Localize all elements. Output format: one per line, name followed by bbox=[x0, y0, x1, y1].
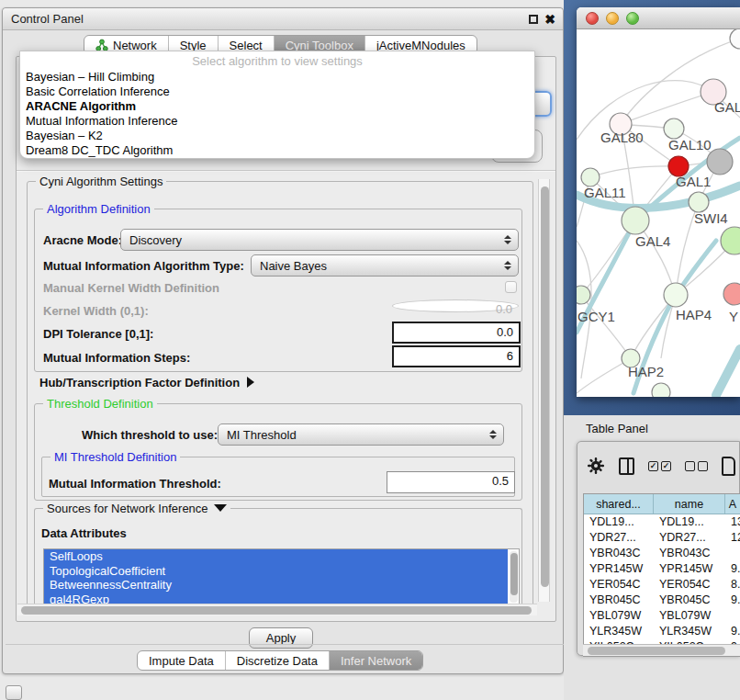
network-node-gal10[interactable] bbox=[664, 119, 684, 139]
screen: Control Panel ✖ Network bbox=[0, 0, 740, 700]
minimized-panel-icon[interactable] bbox=[6, 685, 22, 700]
dpi-tolerance-label: DPI Tolerance [0,1]: bbox=[43, 327, 153, 341]
table-row[interactable]: YBL079WYBL079W bbox=[584, 608, 740, 624]
algorithm-option[interactable]: Dream8 DC_TDC Algorithm bbox=[20, 143, 534, 158]
group-legend: Cyni Algorithm Settings bbox=[36, 175, 166, 188]
table-panel-window: ✓✓ shared... name A YDL19...YDL19...13 Y… bbox=[577, 441, 740, 656]
group-legend: Sources for Network Inference bbox=[43, 502, 230, 515]
table-row[interactable]: YLR345WYLR345W9. bbox=[584, 624, 740, 639]
aracne-mode-select[interactable]: Discovery bbox=[120, 229, 519, 251]
algorithm-option[interactable]: Bayesian – K2 bbox=[20, 129, 534, 143]
select-all-icon[interactable]: ✓✓ bbox=[648, 461, 671, 471]
table-row[interactable]: YBR043CYBR043C bbox=[584, 546, 740, 561]
mi-steps-field[interactable]: 6 bbox=[392, 345, 521, 367]
settings-horizontal-scrollbar[interactable] bbox=[17, 604, 537, 615]
node-label: GAL10 bbox=[668, 137, 712, 152]
network-node[interactable] bbox=[721, 227, 740, 254]
node-label: Y bbox=[729, 309, 738, 324]
network-node[interactable] bbox=[652, 383, 670, 397]
aracne-mode-label: Aracne Mode: bbox=[43, 233, 122, 247]
tab-infer-network[interactable]: Infer Network bbox=[330, 651, 422, 670]
node-table: shared... name A YDL19...YDL19...13 YDR2… bbox=[583, 493, 740, 657]
deselect-all-icon[interactable] bbox=[685, 461, 708, 471]
node-label: HAP4 bbox=[676, 307, 712, 322]
hub-definition-toggle[interactable]: Hub/Transcription Factor Definition bbox=[39, 376, 254, 390]
control-panel-window: Control Panel ✖ Network bbox=[2, 7, 564, 674]
attribute-item[interactable]: SelfLoops bbox=[44, 549, 508, 564]
node-label: GAL80 bbox=[600, 130, 644, 145]
expand-arrow-icon bbox=[247, 377, 254, 388]
zoom-window-icon[interactable] bbox=[626, 12, 639, 25]
gear-icon[interactable] bbox=[587, 457, 605, 475]
columns-icon[interactable] bbox=[619, 457, 634, 475]
group-legend: Threshold Definition bbox=[43, 397, 157, 411]
network-node-gal4[interactable] bbox=[622, 207, 649, 234]
node-label: GAL11 bbox=[584, 185, 626, 200]
network-node-hap4[interactable] bbox=[664, 283, 688, 307]
network-node-gray[interactable] bbox=[707, 149, 733, 175]
tab-impute-data[interactable]: Impute Data bbox=[138, 651, 226, 670]
attribute-item[interactable]: BetweennessCentrality bbox=[44, 578, 508, 593]
kernel-width-label: Kernel Width (0,1): bbox=[43, 304, 149, 318]
network-edges-highlighted bbox=[577, 138, 740, 395]
spinner-arrows-icon bbox=[501, 261, 514, 270]
network-node-swi4[interactable] bbox=[689, 192, 709, 212]
mi-algorithm-type-select[interactable]: Naive Bayes bbox=[251, 254, 519, 277]
table-horizontal-scrollbar[interactable] bbox=[583, 644, 740, 656]
manual-kernel-checkbox bbox=[505, 281, 517, 293]
data-attributes-list: SelfLoops TopologicalCoefficient Between… bbox=[43, 548, 520, 605]
table-row[interactable]: YBR045CYBR045C9. bbox=[584, 593, 740, 608]
node-label: GAL4 bbox=[635, 233, 670, 249]
divider bbox=[6, 644, 564, 645]
spinner-arrows-icon bbox=[487, 430, 499, 439]
network-node[interactable] bbox=[723, 283, 740, 305]
mi-threshold-label: Mutual Information Threshold: bbox=[49, 477, 221, 491]
network-view-window: GAL GAL80 GAL10 GAL1 GAL11 SWI4 GAL4 GCY… bbox=[577, 7, 740, 397]
close-icon[interactable]: ✖ bbox=[544, 13, 555, 26]
node-label: HAP2 bbox=[628, 364, 664, 379]
algorithm-option[interactable]: Bayesian – Hill Climbing bbox=[20, 70, 534, 85]
network-node-gal11[interactable] bbox=[581, 168, 600, 186]
settings-vertical-scrollbar[interactable] bbox=[538, 179, 550, 602]
algorithm-option-aracne[interactable]: ARACNE Algorithm bbox=[20, 99, 534, 114]
network-graph-icon bbox=[95, 39, 108, 51]
group-legend: MI Threshold Definition bbox=[50, 450, 180, 464]
which-threshold-select[interactable]: MI Threshold bbox=[218, 423, 504, 446]
network-node-gcy1[interactable] bbox=[577, 286, 590, 304]
table-row[interactable]: YER054CYER054C8. bbox=[584, 577, 740, 593]
tab-discretize-data[interactable]: Discretize Data bbox=[226, 651, 330, 670]
dpi-tolerance-field[interactable]: 0.0 bbox=[392, 322, 521, 344]
group-legend: Algorithm Definition bbox=[43, 202, 154, 216]
network-node[interactable] bbox=[730, 29, 740, 49]
column-header-name[interactable]: name bbox=[654, 494, 725, 514]
node-label: GCY1 bbox=[577, 309, 615, 324]
spinner-arrows-icon bbox=[501, 235, 514, 244]
manual-kernel-label: Manual Kernel Width Definition bbox=[43, 281, 219, 295]
algorithm-option[interactable]: Mutual Information Inference bbox=[20, 114, 534, 129]
node-label: GAL1 bbox=[676, 174, 711, 189]
attribute-item[interactable]: TopologicalCoefficient bbox=[44, 564, 508, 579]
float-panel-icon[interactable] bbox=[529, 15, 538, 24]
list-scrollbar[interactable] bbox=[510, 551, 518, 603]
close-window-icon[interactable] bbox=[586, 12, 599, 25]
kernel-width-field: 0.0 bbox=[392, 299, 519, 312]
control-panel-titlebar: Control Panel ✖ bbox=[3, 8, 563, 30]
network-canvas[interactable]: GAL GAL80 GAL10 GAL1 GAL11 SWI4 GAL4 GCY… bbox=[577, 29, 740, 397]
table-row[interactable]: YDL19...YDL19...13 bbox=[584, 514, 740, 530]
apply-button[interactable]: Apply bbox=[249, 627, 313, 649]
divider bbox=[17, 170, 555, 172]
mi-type-label: Mutual Information Algorithm Type: bbox=[43, 259, 244, 273]
document-icon[interactable] bbox=[722, 457, 735, 476]
mi-steps-label: Mutual Information Steps: bbox=[43, 351, 190, 365]
minimize-window-icon[interactable] bbox=[606, 12, 619, 25]
algorithm-dropdown-popup: Select algorithm to view settings Bayesi… bbox=[19, 51, 535, 159]
column-header-shared-name[interactable]: shared... bbox=[584, 494, 654, 514]
cyni-mode-tabs: Impute Data Discretize Data Infer Networ… bbox=[137, 650, 423, 671]
column-header-partial[interactable]: A bbox=[725, 494, 740, 514]
algorithm-option[interactable]: Basic Correlation Inference bbox=[20, 85, 534, 99]
table-row[interactable]: YPR145WYPR145W9. bbox=[584, 561, 740, 577]
table-panel-title: Table Panel bbox=[586, 422, 648, 435]
mi-threshold-field[interactable]: 0.5 bbox=[387, 471, 515, 493]
table-row[interactable]: YDR27...YDR27...12 bbox=[584, 530, 740, 546]
table-header-row: shared... name A bbox=[584, 494, 740, 514]
